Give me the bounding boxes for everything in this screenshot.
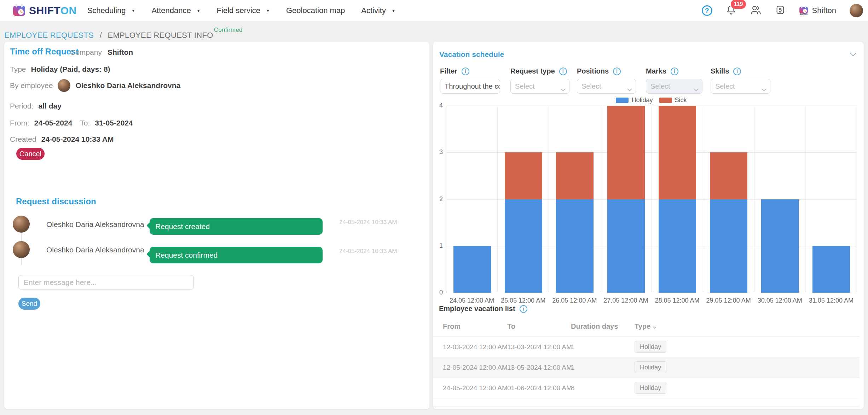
from-value: 24-05-2024: [34, 119, 72, 127]
x-tick-label: 30.05 12:00 AM: [754, 297, 806, 304]
filter-group-filter: FilteriThroughout the compar: [440, 67, 500, 94]
chevron-down-icon: [627, 85, 632, 93]
top-nav: SHIFTON Scheduling▼Attendance▼Field serv…: [0, 0, 868, 21]
filter-label: Filteri: [440, 67, 500, 75]
chevron-down-icon: ▼: [132, 8, 135, 13]
gridline-vertical: [805, 106, 806, 293]
x-tick-label: 29.05 12:00 AM: [703, 297, 754, 304]
bar-sick-27-05-12-00-am: [607, 106, 645, 199]
shifton-wordmark: SHIFTON: [29, 5, 77, 17]
bar-sick-28-05-12-00-am: [659, 106, 696, 199]
y-tick-label: 3: [433, 148, 443, 156]
company-value: Shifton: [108, 48, 133, 57]
filter-label: Request typei: [510, 67, 569, 75]
legend-swatch: [659, 98, 672, 103]
request-title: Time off Request: [10, 47, 79, 57]
cancel-button[interactable]: Cancel: [16, 148, 45, 160]
bar-sick-25-05-12-00-am: [505, 152, 542, 199]
user-avatar[interactable]: [850, 4, 863, 17]
filter-label-text: Request type: [510, 67, 555, 75]
filter-select[interactable]: Throughout the compar: [440, 79, 500, 94]
nav-item-field-service[interactable]: Field service▼: [217, 6, 270, 15]
app: SHIFTON Scheduling▼Attendance▼Field serv…: [0, 0, 868, 415]
info-icon: i: [733, 68, 741, 75]
employee-row: By employee Oleshko Daria Aleksandrovna: [10, 79, 180, 92]
cell-to: 13-05-2024 12:00 AM: [507, 357, 572, 378]
status-badge: Confirmed: [214, 27, 243, 33]
info-icon: i: [520, 305, 527, 313]
chart-legend: HolidaySick: [446, 97, 857, 104]
type-badge: Holiday: [635, 382, 666, 394]
vacation-table-footer: [433, 398, 860, 407]
main-nav: Scheduling▼Attendance▼Field service▼Geol…: [87, 0, 395, 21]
request-type-select[interactable]: Select: [510, 79, 569, 94]
cell-duration: 8: [571, 378, 575, 398]
info-icon: i: [613, 68, 621, 75]
breadcrumb-employee-requests[interactable]: EMPLOYEE REQUESTS: [4, 31, 94, 40]
nav-item-attendance[interactable]: Attendance▼: [151, 6, 200, 15]
created-value: 24-05-2024 10:33 AM: [41, 135, 114, 144]
filter-label-text: Skills: [711, 67, 729, 75]
send-button[interactable]: Send: [18, 298, 40, 310]
tasks-button[interactable]: [775, 5, 785, 16]
bar-sick-26-05-12-00-am: [556, 152, 594, 199]
period-label: Period:: [10, 102, 34, 110]
nav-item-label: Field service: [217, 6, 260, 15]
column-header-type[interactable]: Type: [635, 322, 656, 331]
nav-item-scheduling[interactable]: Scheduling▼: [87, 6, 135, 15]
to-value: 31-05-2024: [95, 119, 133, 127]
message-input[interactable]: [18, 275, 194, 290]
gridline-vertical: [703, 106, 703, 293]
filter-group-request-type: Request typeiSelect: [510, 67, 569, 94]
to-label: To:: [80, 119, 90, 127]
legend-label: Sick: [675, 97, 687, 104]
employees-button[interactable]: [750, 5, 762, 16]
filter-label-text: Marks: [646, 67, 666, 75]
positions-select[interactable]: Select: [577, 79, 636, 94]
message-avatar: [13, 241, 30, 258]
chevron-down-icon: ▼: [392, 8, 395, 13]
legend-label: Holiday: [631, 97, 653, 104]
skills-select[interactable]: Select: [711, 79, 770, 94]
column-header-to: To: [507, 322, 515, 331]
users-icon: [750, 5, 762, 16]
filter-group-skills: SkillsiSelect: [711, 67, 770, 94]
collapse-chevron-icon[interactable]: [850, 52, 857, 58]
x-tick-label: 27.05 12:00 AM: [600, 297, 652, 304]
shifton-logo-icon: [12, 3, 26, 18]
cell-to: 13-03-2024 12:00 AM: [507, 337, 572, 357]
filter-label-text: Positions: [577, 67, 609, 75]
select-value: Select: [650, 82, 670, 90]
gridline-vertical: [652, 106, 652, 293]
nav-item-label: Attendance: [151, 6, 191, 15]
cell-from: 12-03-2024 12:00 AM: [443, 337, 508, 357]
created-label: Created: [10, 135, 36, 144]
company-switcher[interactable]: SHIFTON Shifton: [799, 5, 837, 16]
chevron-down-icon: [762, 85, 766, 93]
help-button[interactable]: ?: [702, 5, 712, 16]
employee-name: Oleshko Daria Aleksandrovna: [75, 81, 180, 90]
y-tick-label: 1: [433, 242, 443, 250]
bar-holiday-31-05-12-00-am: [812, 246, 850, 293]
chevron-down-icon: [694, 85, 699, 93]
marks-select[interactable]: Select: [646, 79, 702, 94]
company-label: Company: [70, 48, 102, 57]
shifton-logo[interactable]: SHIFTON: [12, 3, 77, 18]
bar-holiday-26-05-12-00-am: [556, 199, 594, 293]
info-icon: i: [671, 68, 678, 75]
vacation-list-title-row: Employee vacation list i: [439, 305, 527, 313]
gridline-vertical: [600, 106, 600, 293]
chevron-down-icon: [561, 85, 566, 93]
tasks-icon: [775, 5, 785, 16]
company-row: Company Shifton: [70, 48, 133, 57]
employee-avatar: [58, 79, 70, 92]
cell-from: 24-05-2024 12:00 AM: [443, 378, 508, 398]
vacation-table-header: FromToDuration daysType: [433, 317, 860, 337]
notifications-button[interactable]: 119: [726, 5, 736, 17]
svg-text:SHIFTON: SHIFTON: [800, 13, 808, 15]
nav-item-activity[interactable]: Activity▼: [361, 6, 395, 15]
nav-item-geolocation-map[interactable]: Geolocation map: [286, 6, 345, 15]
type-badge: Holiday: [635, 361, 666, 373]
select-value: Throughout the compar: [445, 82, 500, 90]
vacation-chart: [446, 106, 857, 293]
